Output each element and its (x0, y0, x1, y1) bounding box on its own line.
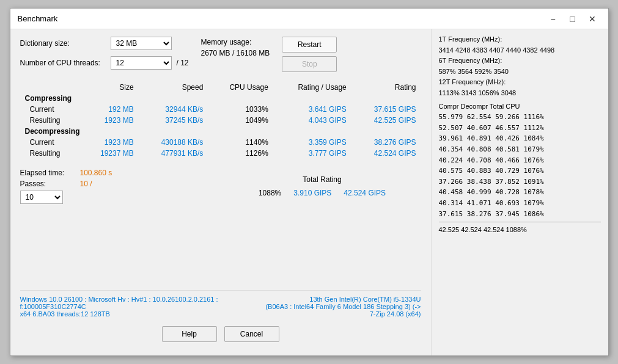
decomp-resulting-rating-usage: 3.777 GIPS (273, 148, 351, 159)
decomp-resulting-cpu: 1126% (208, 148, 273, 159)
comp-resulting-size: 1923 MB (81, 115, 139, 126)
freq-1t-values: 3414 4248 4383 4407 4440 4382 4498 (439, 45, 601, 56)
decomp-current-rating-usage: 3.359 GIPS (273, 137, 351, 148)
help-button[interactable]: Help (162, 326, 217, 342)
footer-info: Windows 10.0 26100 : Microsoft Hv : Hv#1… (20, 290, 421, 318)
right-row-8: 40.314 41.071 40.693 1079% (439, 198, 601, 209)
cancel-button[interactable]: Cancel (224, 326, 279, 342)
footer-main: Windows 10.0 26100 : Microsoft Hv : Hv#1… (20, 296, 421, 318)
cpu-line2: (B06A3 : Intel64 Family 6 Model 186 Step… (265, 303, 421, 310)
threads-select[interactable]: 12 (111, 56, 172, 70)
freq-1t-label: 1T Frequency (MHz): (439, 34, 601, 45)
decomp-resulting-label: Resulting (20, 148, 81, 159)
memory-label: Memory usage: (201, 38, 270, 46)
memory-value: 2670 MB / 16108 MB (201, 49, 270, 57)
decomp-resulting-row: Resulting 19237 MB 477931 KB/s 1126% 3.7… (20, 148, 421, 159)
title-bar: Benchmark − □ ✕ (10, 9, 608, 29)
total-rating-gips1: 3.910 GIPS (293, 189, 331, 197)
total-rating-label: Total Rating (303, 175, 341, 184)
close-button[interactable]: ✕ (584, 12, 601, 26)
minimize-button[interactable]: − (545, 12, 562, 26)
system-line3: x64 6.BA03 threads:12 128TB (20, 310, 218, 318)
freq-6t-values: 587% 3564 592% 3540 (439, 67, 601, 78)
benchmark-table: Size Speed CPU Usage Rating / Usage Rati… (20, 82, 421, 159)
decomp-current-cpu: 1140% (208, 137, 273, 148)
elapsed-time-label: Elapsed time: (20, 169, 75, 177)
right-table-header: Compr Decompr Total CPU (439, 101, 601, 112)
benchmark-table-section: Size Speed CPU Usage Rating / Usage Rati… (20, 82, 421, 159)
zip-version: 7-Zip 24.08 (x64) (265, 310, 421, 318)
decomp-resulting-rating: 42.524 GIPS (351, 148, 421, 159)
right-row-9: 37.615 38.276 37.945 1086% (439, 209, 601, 220)
freq-6t-label: 6T Frequency (MHz): (439, 56, 601, 67)
comp-resulting-speed: 37245 KB/s (139, 115, 208, 126)
decomp-current-speed: 430188 KB/s (139, 137, 208, 148)
passes-value: 10 / (80, 180, 92, 188)
comp-current-speed: 32944 KB/s (139, 104, 208, 115)
left-panel: Dictionary size: 32 MB Number of CPU thr… (10, 29, 431, 355)
main-window: Benchmark − □ ✕ Dictionary size: 32 MB (10, 8, 609, 356)
decompressing-section-row: Decompressing (20, 126, 421, 137)
content-area: Dictionary size: 32 MB Number of CPU thr… (10, 29, 608, 355)
dictionary-select[interactable]: 32 MB (111, 37, 172, 50)
right-panel: 1T Frequency (MHz): 3414 4248 4383 4407 … (431, 29, 608, 355)
decomp-resulting-speed: 477931 KB/s (139, 148, 208, 159)
freq-12t-label: 12T Frequency (MHz): (439, 77, 601, 88)
col-header-rating: Rating (351, 82, 421, 93)
system-info: Windows 10.0 26100 : Microsoft Hv : Hv#1… (20, 296, 218, 318)
stop-button[interactable]: Stop (282, 56, 337, 72)
comp-resulting-cpu: 1049% (208, 115, 273, 126)
elapsed-time-row: Elapsed time: 100.860 s (20, 169, 218, 177)
right-row-4: 40.224 40.708 40.466 1076% (439, 155, 601, 166)
window-title: Benchmark (18, 14, 545, 23)
right-row-1: 52.507 40.607 46.557 1112% (439, 123, 601, 134)
comp-resulting-rating: 42.525 GIPS (351, 115, 421, 126)
decomp-current-rating: 38.276 GIPS (351, 137, 421, 148)
dictionary-row: Dictionary size: 32 MB (20, 37, 189, 50)
title-bar-controls: − □ ✕ (545, 12, 601, 26)
passes-select[interactable]: 10 (20, 191, 63, 204)
comp-resulting-rating-usage: 4.043 GIPS (273, 115, 351, 126)
cpu-zip-info: 13th Gen Intel(R) Core(TM) i5-1334U (B06… (265, 296, 421, 318)
restart-button[interactable]: Restart (282, 37, 337, 53)
right-row-5: 40.575 40.883 40.729 1076% (439, 166, 601, 177)
total-rating-cpu: 1088% (259, 189, 281, 197)
right-row-2: 39.961 40.891 40.426 1084% (439, 133, 601, 144)
right-rows: 55.979 62.554 59.266 1116%52.507 40.607 … (439, 112, 601, 219)
threads-label: Number of CPU threads: (20, 59, 106, 67)
compressing-section-row: Compressing (20, 93, 421, 104)
total-rating-values: 1088% 3.910 GIPS 42.524 GIPS (259, 189, 386, 197)
col-header-rating-usage: Rating / Usage (273, 82, 351, 93)
comp-current-row: Current 192 MB 32944 KB/s 1033% 3.641 GI… (20, 104, 421, 115)
passes-row: Passes: 10 / (20, 180, 218, 188)
decompressing-header: Decompressing (20, 126, 421, 137)
col-header-name (20, 82, 81, 93)
right-summary: 42.525 42.524 42.524 1088% (439, 225, 601, 236)
passes-label: Passes: (20, 180, 75, 188)
elapsed-time-value: 100.860 s (80, 169, 112, 177)
comp-current-cpu: 1033% (208, 104, 273, 115)
compressing-header: Compressing (20, 93, 421, 104)
passes-input-row: 10 (20, 191, 218, 204)
right-row-3: 40.354 40.808 40.581 1079% (439, 144, 601, 155)
col-header-speed: Speed (139, 82, 208, 93)
comp-current-size: 192 MB (81, 104, 139, 115)
system-line1: Windows 10.0 26100 : Microsoft Hv : Hv#1… (20, 296, 218, 303)
col-header-cpu: CPU Usage (208, 82, 273, 93)
comp-current-rating-usage: 3.641 GIPS (273, 104, 351, 115)
system-line2: f:100005F310C2774C (20, 303, 218, 310)
comp-resulting-row: Resulting 1923 MB 37245 KB/s 1049% 4.043… (20, 115, 421, 126)
comp-resulting-label: Resulting (20, 115, 81, 126)
cpu-line1: 13th Gen Intel(R) Core(TM) i5-1334U (265, 296, 421, 303)
total-rating-gips2: 42.524 GIPS (344, 189, 386, 197)
maximize-button[interactable]: □ (564, 12, 581, 26)
threads-row: Number of CPU threads: 12 / 12 (20, 56, 189, 70)
table-header-row: Size Speed CPU Usage Rating / Usage Rati… (20, 82, 421, 93)
right-row-7: 40.458 40.999 40.728 1078% (439, 187, 601, 198)
decomp-current-size: 1923 MB (81, 137, 139, 148)
freq-12t-values: 1113% 3143 1056% 3048 (439, 88, 601, 99)
comp-current-label: Current (20, 104, 81, 115)
threads-max: / 12 (177, 59, 189, 67)
elapsed-block: Elapsed time: 100.860 s Passes: 10 / 10 (20, 169, 218, 204)
bottom-buttons: Help Cancel (20, 321, 421, 348)
